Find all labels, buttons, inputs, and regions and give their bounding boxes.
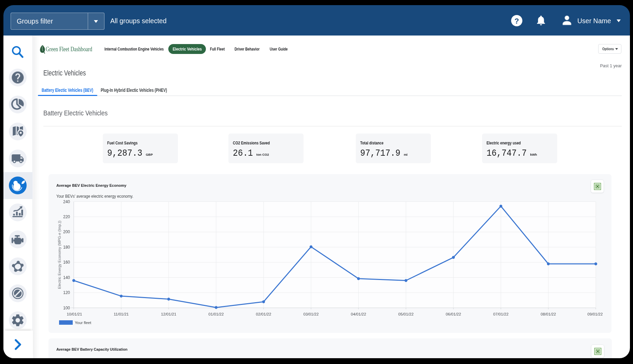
- svg-text:05/01/22: 05/01/22: [398, 312, 414, 316]
- svg-text:12/01/21: 12/01/21: [161, 312, 177, 316]
- svg-text:220: 220: [63, 214, 70, 219]
- svg-text:03/01/22: 03/01/22: [304, 312, 319, 316]
- svg-text:01/01/22: 01/01/22: [209, 312, 224, 316]
- svg-text:200: 200: [63, 229, 70, 234]
- svg-text:04/01/22: 04/01/22: [351, 312, 366, 316]
- svg-text:180: 180: [63, 245, 70, 250]
- svg-text:160: 160: [63, 260, 70, 265]
- svg-text:100: 100: [63, 306, 70, 310]
- svg-text:10/01/21: 10/01/21: [67, 312, 82, 316]
- svg-text:11/01/21: 11/01/21: [114, 312, 129, 316]
- svg-text:140: 140: [63, 275, 70, 280]
- svg-text:120: 120: [63, 290, 70, 295]
- svg-text:Green Fleet Dashboard: Green Fleet Dashboard: [46, 45, 92, 53]
- svg-text:09/01/22: 09/01/22: [588, 312, 603, 316]
- svg-text:Your fleet: Your fleet: [75, 321, 92, 325]
- svg-text:Electric Energy Economy (MPG-e: Electric Energy Economy (MPG-e (Imp.)): [57, 221, 61, 289]
- svg-text:06/01/22: 06/01/22: [446, 312, 461, 316]
- svg-text:02/01/22: 02/01/22: [256, 312, 271, 316]
- svg-text:240: 240: [63, 199, 70, 204]
- svg-text:07/01/22: 07/01/22: [493, 312, 509, 316]
- svg-text:08/01/22: 08/01/22: [541, 312, 556, 316]
